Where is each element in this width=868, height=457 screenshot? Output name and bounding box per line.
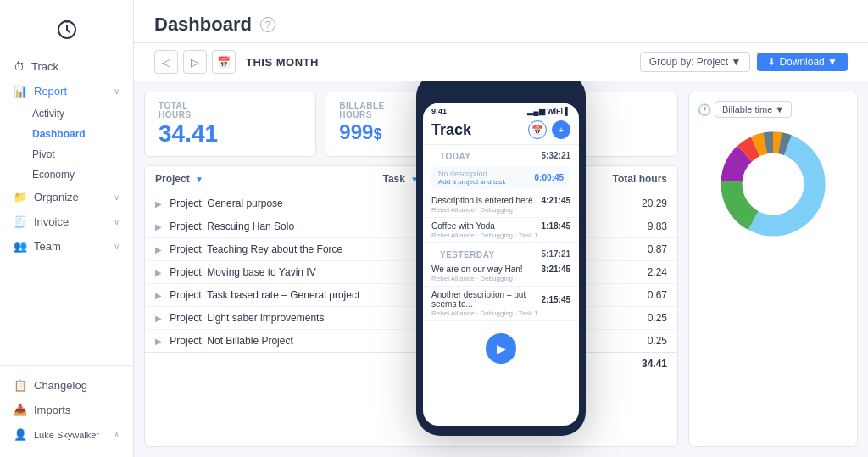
table-row[interactable]: ▶ Project: Light saber improvements 0.25 <box>145 307 677 330</box>
period-label: THIS MONTH <box>246 56 319 69</box>
next-button[interactable]: ▷ <box>183 50 207 74</box>
entry-3-sub: Rebel Alliance · Debugging · <box>431 275 570 282</box>
report-icon: 📊 <box>14 85 27 98</box>
svg-point-7 <box>744 155 801 212</box>
phone-title: Track <box>431 121 471 139</box>
table-header: Project ▼ Task ▼ Total hours <box>145 166 677 192</box>
sidebar-item-pivot[interactable]: Pivot <box>0 144 133 164</box>
download-button[interactable]: ⬇ Download ▼ <box>757 53 848 71</box>
total-hours-label: TOTALHOURS <box>159 101 302 120</box>
phone-notch <box>476 83 526 98</box>
page-title: Dashboard <box>154 14 252 36</box>
phone-entry-1: Description is entered here 4:21:45 Rebe… <box>423 192 579 218</box>
projects-table: Project ▼ Task ▼ Total hours ▶ Project: … <box>144 165 678 447</box>
report-chevron: ∨ <box>114 86 120 96</box>
row-expand-icon: ▶ <box>155 199 162 209</box>
group-by-button[interactable]: Group by: Project ▼ <box>640 52 751 72</box>
phone-bottom: ▶ <box>423 321 579 374</box>
help-icon[interactable]: ? <box>260 17 275 32</box>
billable-time-button[interactable]: Billable time ▼ <box>715 101 792 118</box>
phone-header: Track 📅 + <box>423 117 579 145</box>
phone-entry-4: Another description – but seems to... 2:… <box>423 287 579 321</box>
activity-label: Activity <box>32 108 64 120</box>
total-hours-card: TOTALHOURS 34.41 <box>144 92 316 157</box>
add-project-link[interactable]: Add a project and task <box>438 178 506 186</box>
phone-plus-icon[interactable]: + <box>552 120 570 139</box>
organize-label: Organize <box>34 191 79 203</box>
project-name: Project: Rescuing Han Solo <box>170 220 294 232</box>
phone-mockup: 9:41 ▂▄▆ WiFi ▌ Track 📅 + TODAY 5:32:21 <box>416 81 586 436</box>
pivot-label: Pivot <box>32 148 55 160</box>
invoice-chevron: ∨ <box>114 217 120 226</box>
sidebar-item-report[interactable]: 📊 Report ∨ <box>0 79 133 103</box>
sidebar-item-invoice[interactable]: 🧾 Invoice ∨ <box>0 209 133 234</box>
invoice-label: Invoice <box>34 215 69 228</box>
entry-1-time: 4:21:45 <box>542 196 570 205</box>
dashboard-label: Dashboard <box>32 128 86 140</box>
table-row[interactable]: ▶ Project: Moving base to Yavin IV 2.24 <box>145 261 677 284</box>
entry-1-title: Description is entered here <box>431 196 533 205</box>
sidebar-item-user[interactable]: 👤 Luke Skywalker ∧ <box>0 422 133 447</box>
entry-2-sub: Rebel Alliance · Debugging · Task 1 <box>431 231 570 239</box>
row-expand-icon: ▶ <box>155 337 162 346</box>
main-content: Dashboard ? ◁ ▷ 📅 THIS MONTH Group by: P… <box>134 0 868 457</box>
donut-chart <box>714 125 832 243</box>
calendar-button[interactable]: 📅 <box>212 50 236 74</box>
project-name: Project: Teaching Rey about the Force <box>170 243 342 255</box>
sidebar-item-team[interactable]: 👥 Team ∨ <box>0 234 133 259</box>
sidebar-item-activity[interactable]: Activity <box>0 103 133 124</box>
clock-icon: 🕐 <box>698 103 711 116</box>
entry-2-title: Coffee with Yoda <box>431 221 495 231</box>
table-body: ▶ Project: General purpose 20.29 ▶ Proje… <box>145 192 677 352</box>
economy-label: Economy <box>32 169 75 181</box>
table-row[interactable]: ▶ Project: Not Billable Project 0.25 <box>145 330 677 352</box>
user-label: Luke Skywalker <box>34 430 99 440</box>
table-row[interactable]: ▶ Project: Teaching Rey about the Force … <box>145 238 677 261</box>
phone-signal: ▂▄▆ WiFi ▌ <box>527 107 570 115</box>
row-expand-icon: ▶ <box>155 291 162 300</box>
table-total-row: 34.41 <box>145 352 677 375</box>
sidebar-item-dashboard[interactable]: Dashboard <box>0 124 133 144</box>
changelog-icon: 📋 <box>14 379 27 392</box>
sidebar-report-label: Report <box>34 85 67 98</box>
download-label: Download ▼ <box>779 56 837 68</box>
phone-calendar-icon[interactable]: 📅 <box>528 120 547 139</box>
entry-4-title: Another description – but seems to... <box>431 290 542 309</box>
sidebar-item-changelog[interactable]: 📋 Changelog <box>0 373 133 398</box>
sidebar-item-economy[interactable]: Economy <box>0 164 133 185</box>
sidebar-item-track[interactable]: ⏱ Track <box>0 54 133 79</box>
entry-4-sub: Rebel Alliance · Debugging · Task 1 <box>431 309 570 317</box>
right-panel: 🕐 Billable time ▼ <box>688 92 858 447</box>
invoice-icon: 🧾 <box>14 215 27 228</box>
phone-status-bar: 9:41 ▂▄▆ WiFi ▌ <box>423 103 579 117</box>
download-icon: ⬇ <box>767 56 776 68</box>
project-filter-icon[interactable]: ▼ <box>195 175 203 184</box>
page-header: Dashboard ? <box>134 0 868 43</box>
table-row[interactable]: ▶ Project: General purpose 20.29 <box>145 192 677 215</box>
no-desc-time: 0:00:45 <box>535 173 564 182</box>
prev-button[interactable]: ◁ <box>154 50 178 74</box>
user-icon: 👤 <box>14 428 27 441</box>
no-desc-text: No description <box>438 170 506 178</box>
phone-screen: 9:41 ▂▄▆ WiFi ▌ Track 📅 + TODAY 5:32:21 <box>423 103 579 426</box>
phone-yesterday-label: YESTERDAY <box>431 247 504 261</box>
phone-yesterday-total: 5:17:21 <box>542 249 570 259</box>
sidebar: ⏱ Track 📊 Report ∨ Activity Dashboard Pi… <box>0 0 134 457</box>
entry-3-title: We are on our way Han! <box>431 265 523 274</box>
entry-4-time: 2:15:45 <box>542 295 570 304</box>
table-row[interactable]: ▶ Project: Task based rate – General pro… <box>145 284 677 307</box>
phone-today-total: 5:32:21 <box>542 151 570 160</box>
project-name: Project: Moving base to Yavin IV <box>170 266 315 278</box>
sidebar-item-imports[interactable]: 📥 Imports <box>0 398 133 422</box>
project-name: Project: Task based rate – General proje… <box>170 289 359 301</box>
imports-label: Imports <box>34 404 70 416</box>
col-project-header: Project ▼ <box>155 173 382 185</box>
phone-frame: 9:41 ▂▄▆ WiFi ▌ Track 📅 + TODAY 5:32:21 <box>416 81 586 436</box>
app-logo <box>0 10 133 54</box>
table-row[interactable]: ▶ Project: Rescuing Han Solo 9.83 <box>145 215 677 238</box>
row-expand-icon: ▶ <box>155 222 162 231</box>
sidebar-item-organize[interactable]: 📁 Organize ∨ <box>0 185 133 209</box>
row-expand-icon: ▶ <box>155 314 162 323</box>
phone-play-button[interactable]: ▶ <box>486 333 516 364</box>
toolbar-right: Group by: Project ▼ ⬇ Download ▼ <box>640 52 848 72</box>
